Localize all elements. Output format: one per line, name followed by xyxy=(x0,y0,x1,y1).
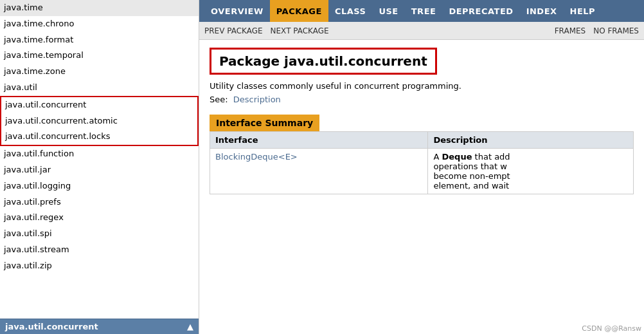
top-nav: OVERVIEW PACKAGE CLASS USE TREE DEPRECAT… xyxy=(199,0,644,22)
sidebar: java.time java.time.chrono java.time.for… xyxy=(0,0,199,334)
content-body: Package java.util.concurrent Utility cla… xyxy=(199,40,644,334)
interface-cell[interactable]: BlockingDeque<E> xyxy=(210,149,428,194)
sidebar-item-java-time[interactable]: java.time xyxy=(0,0,199,16)
watermark: CSDN @@Ransw xyxy=(582,324,641,333)
sidebar-highlighted-group: java.util.concurrent java.util.concurren… xyxy=(0,96,199,146)
sidebar-item-java-util-concurrent-locks[interactable]: java.util.concurrent.locks xyxy=(1,129,197,145)
package-description: Utility classes commonly useful in concu… xyxy=(210,81,634,91)
frames-link[interactable]: FRAMES xyxy=(555,26,586,35)
description-link[interactable]: Description xyxy=(233,95,281,104)
no-frames-link[interactable]: NO FRAMES xyxy=(593,26,639,35)
interface-summary-table: Interface Description BlockingDeque<E> A… xyxy=(210,131,634,194)
sidebar-footer[interactable]: java.util.concurrent ▲ xyxy=(0,319,199,334)
sidebar-item-java-util-zip[interactable]: java.util.zip xyxy=(0,258,199,274)
sidebar-item-java-util-logging[interactable]: java.util.logging xyxy=(0,178,199,194)
nav-class[interactable]: CLASS xyxy=(328,0,373,22)
sidebar-item-java-util[interactable]: java.util xyxy=(0,80,199,96)
nav-tree[interactable]: TREE xyxy=(405,0,443,22)
sidebar-item-java-util-stream[interactable]: java.util.stream xyxy=(0,242,199,258)
sidebar-item-java-util-prefs[interactable]: java.util.prefs xyxy=(0,194,199,210)
sidebar-item-java-time-zone[interactable]: java.time.zone xyxy=(0,64,199,80)
description-cell: A Deque that add operations that w becom… xyxy=(428,149,634,194)
sidebar-item-java-time-format[interactable]: java.time.format xyxy=(0,32,199,48)
content-area: OVERVIEW PACKAGE CLASS USE TREE DEPRECAT… xyxy=(199,0,644,334)
col-header-description: Description xyxy=(428,132,634,149)
prev-package-link[interactable]: PREV PACKAGE xyxy=(204,26,263,35)
sidebar-item-java-time-chrono[interactable]: java.time.chrono xyxy=(0,16,199,32)
package-title-box: Package java.util.concurrent xyxy=(210,48,437,75)
sidebar-item-java-util-concurrent[interactable]: java.util.concurrent xyxy=(1,97,197,113)
sidebar-item-java-util-concurrent-atomic[interactable]: java.util.concurrent.atomic xyxy=(1,113,197,129)
nav-help[interactable]: HELP xyxy=(564,0,602,22)
package-title: Package java.util.concurrent xyxy=(219,53,427,69)
interface-link[interactable]: BlockingDeque<E> xyxy=(215,152,298,162)
interface-summary-header: Interface Summary xyxy=(210,115,319,131)
sidebar-footer-label: java.util.concurrent xyxy=(5,322,98,331)
see-label: See: xyxy=(210,95,228,104)
deque-bold: Deque xyxy=(442,152,472,162)
sidebar-item-java-util-spi[interactable]: java.util.spi xyxy=(0,226,199,242)
sidebar-item-java-util-function[interactable]: java.util.function xyxy=(0,146,199,162)
sidebar-item-java-time-temporal[interactable]: java.time.temporal xyxy=(0,48,199,64)
sidebar-item-java-util-regex[interactable]: java.util.regex xyxy=(0,210,199,226)
secondary-nav: PREV PACKAGE NEXT PACKAGE FRAMES NO FRAM… xyxy=(199,22,644,40)
sidebar-list[interactable]: java.time java.time.chrono java.time.for… xyxy=(0,0,199,319)
sidebar-footer-arrow-icon: ▲ xyxy=(187,322,193,331)
nav-deprecated[interactable]: DEPRECATED xyxy=(442,0,519,22)
col-header-interface: Interface xyxy=(210,132,428,149)
nav-index[interactable]: INDEX xyxy=(520,0,564,22)
nav-use[interactable]: USE xyxy=(372,0,404,22)
nav-package[interactable]: PACKAGE xyxy=(270,0,328,22)
interface-summary-section: Interface Summary Interface Description … xyxy=(210,115,634,194)
table-row: BlockingDeque<E> A Deque that add operat… xyxy=(210,149,634,194)
see-description: See: Description xyxy=(210,95,634,104)
sidebar-item-java-util-jar[interactable]: java.util.jar xyxy=(0,162,199,178)
nav-overview[interactable]: OVERVIEW xyxy=(204,0,270,22)
next-package-link[interactable]: NEXT PACKAGE xyxy=(271,26,329,35)
